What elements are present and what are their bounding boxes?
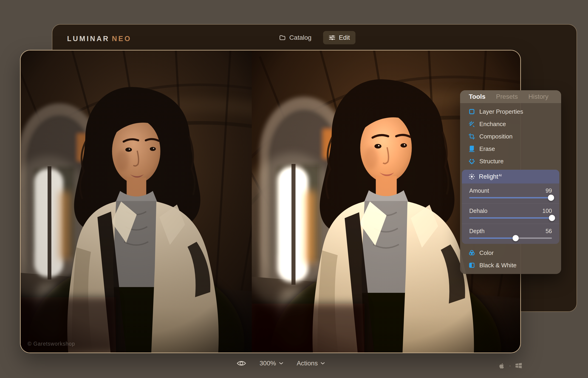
relight-header[interactable]: RelightAI	[462, 170, 559, 184]
tool-structure[interactable]: Structure	[460, 155, 561, 167]
eraser-icon	[468, 145, 475, 152]
zoom-level-value: 300%	[260, 360, 276, 367]
slider-thumb[interactable]	[548, 195, 554, 201]
chevron-down-icon	[320, 362, 325, 365]
tool-composition[interactable]: Composition	[460, 130, 561, 143]
slider-label: Depth	[469, 228, 485, 234]
relight-sliders: Amount 99 Dehalo 100	[462, 184, 559, 244]
relight-label: RelightAI	[479, 173, 502, 180]
slider-label: Amount	[469, 187, 489, 194]
tools-panel: Tools Presets History Layer Properties E…	[460, 90, 561, 274]
slider-fill	[469, 217, 552, 219]
panel-tabs: Tools Presets History	[460, 90, 561, 103]
tool-label: Layer Properties	[479, 108, 523, 115]
ai-badge: AI	[499, 173, 502, 177]
tool-label: Color	[479, 249, 493, 256]
relight-tool-group: RelightAI Amount 99 Dehalo 100	[462, 170, 559, 244]
slider-fill	[469, 237, 516, 239]
slider-thumb[interactable]	[549, 215, 555, 221]
tool-label: Erase	[479, 145, 495, 152]
slider-label: Dehalo	[469, 207, 487, 214]
slider-fill	[469, 197, 551, 198]
photo-watermark: © Garetsworkshop	[27, 341, 75, 347]
crop-icon	[468, 133, 475, 140]
tool-list-bottom: Color Black & White	[460, 244, 561, 271]
sun-dots-icon	[468, 173, 475, 180]
slider-thumb[interactable]	[512, 235, 519, 241]
slider-value: 100	[542, 207, 552, 214]
eye-icon[interactable]	[237, 360, 246, 367]
actions-label: Actions	[297, 360, 318, 367]
platform-separator: ·	[509, 363, 511, 369]
tab-tools[interactable]: Tools	[469, 93, 486, 100]
tool-label: Composition	[479, 133, 513, 140]
sliders-icon	[328, 34, 335, 41]
stage: LUMINARNEO Catalog Edit	[0, 0, 588, 378]
logo-secondary: NEO	[112, 35, 131, 43]
app-logo: LUMINARNEO	[67, 35, 131, 43]
windows-icon	[515, 362, 522, 369]
slider-value: 99	[546, 187, 552, 194]
slider-amount: Amount 99	[462, 184, 559, 203]
tab-presets[interactable]: Presets	[496, 93, 518, 100]
chevron-down-icon	[279, 362, 283, 365]
photo-before[interactable]	[21, 51, 252, 352]
bottom-toolbar: 300% Actions	[237, 360, 325, 367]
nav-catalog[interactable]: Catalog	[273, 31, 317, 44]
tool-layer-properties[interactable]: Layer Properties	[460, 105, 561, 118]
slider-dehalo: Dehalo 100	[462, 203, 559, 224]
tool-erase[interactable]: Erase	[460, 143, 561, 155]
slider-depth: Depth 56	[462, 224, 559, 244]
photo-comparison-card: © Garetsworkshop	[20, 50, 521, 353]
tool-color[interactable]: Color	[460, 247, 561, 259]
zoom-level-dropdown[interactable]: 300%	[260, 360, 283, 367]
tool-label: Structure	[479, 158, 504, 165]
apple-icon	[498, 362, 505, 370]
tool-enchance[interactable]: Enchance	[460, 118, 561, 130]
tool-black-white[interactable]: Black & White	[460, 259, 561, 271]
tool-list-top: Layer Properties Enchance Composition	[460, 103, 561, 167]
slider-track[interactable]	[469, 217, 552, 219]
logo-primary: LUMINAR	[67, 35, 109, 43]
layer-square-icon	[468, 108, 475, 115]
tab-history[interactable]: History	[529, 93, 548, 100]
slider-track[interactable]	[469, 197, 552, 198]
dots-cluster-icon	[468, 158, 475, 165]
tool-label: Black & White	[479, 262, 517, 269]
nav-edit-label: Edit	[339, 34, 350, 41]
folder-icon	[279, 34, 286, 41]
half-square-icon	[468, 262, 475, 269]
sparkle-icon	[468, 121, 475, 127]
slider-value: 56	[546, 228, 552, 234]
tool-label: Enchance	[479, 121, 506, 128]
top-nav: Catalog Edit	[273, 31, 356, 44]
color-circles-icon	[468, 249, 475, 256]
nav-edit[interactable]: Edit	[323, 31, 355, 44]
nav-catalog-label: Catalog	[289, 34, 312, 41]
platform-badges: ·	[498, 362, 522, 370]
actions-dropdown[interactable]: Actions	[297, 360, 325, 367]
slider-track[interactable]	[469, 237, 552, 239]
photo-before-image	[21, 51, 252, 352]
